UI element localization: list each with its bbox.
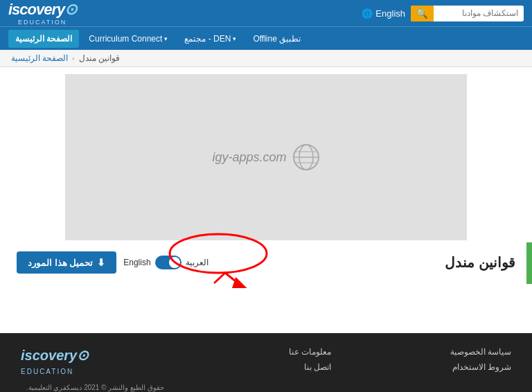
- lang-toggle-right: English: [123, 258, 150, 267]
- search-button[interactable]: 🔍: [411, 6, 434, 21]
- red-annotation: [159, 233, 298, 288]
- footer-links-col2: سياسة الخصوصية شروط الاستخدام: [450, 347, 511, 372]
- svg-point-5: [170, 234, 267, 273]
- footer-logo-sub: EDUCATION: [21, 368, 73, 375]
- watermark-globe-icon: [292, 143, 320, 171]
- footer-copyright-line1: حقوق الطبع والنشر © 2021 ديسكفري التعليم…: [21, 382, 170, 392]
- content-area: igy-apps.com قوانين مندل English العربية…: [0, 67, 532, 333]
- search-box: 🔍: [411, 6, 524, 21]
- content-title: قوانين مندل: [445, 254, 515, 271]
- footer-logo-col: ⊙iscovery EDUCATION حقوق الطبع والنشر © …: [21, 347, 170, 392]
- watermark: igy-apps.com: [212, 143, 319, 171]
- download-button[interactable]: ⬇ تحميل هذا المورد: [17, 251, 116, 274]
- logo-discovery: iscovery: [8, 1, 64, 18]
- nav-curriculum[interactable]: ▾ Curriculum Connect: [82, 30, 175, 48]
- language-link[interactable]: 🌐 English: [362, 8, 405, 19]
- svg-line-7: [215, 273, 225, 283]
- footer-top: سياسة الخصوصية شروط الاستخدام معلومات عن…: [21, 347, 511, 392]
- footer-contact[interactable]: اتصل بنا: [289, 362, 331, 372]
- search-input[interactable]: [434, 6, 524, 20]
- nav-offline[interactable]: تطبيق Offline: [246, 30, 308, 48]
- footer-links-col1: معلومات عنا اتصل بنا: [289, 347, 331, 372]
- footer-privacy[interactable]: سياسة الخصوصية: [450, 347, 511, 357]
- breadcrumb-home[interactable]: الصفحة الرئيسية: [11, 53, 68, 63]
- nav-den[interactable]: ▾ DEN - مجتمع: [177, 30, 243, 48]
- logo-area: ⊙iscovery EDUCATION: [8, 1, 76, 26]
- footer-about[interactable]: معلومات عنا: [289, 347, 331, 357]
- download-icon: ⬇: [97, 257, 105, 268]
- footer-logo-name: iscovery: [21, 348, 77, 363]
- header: 🌐 English 🔍 ⊙iscovery EDUCATION: [0, 0, 532, 26]
- navbar: تطبيق Offline ▾ DEN - مجتمع ▾ Curriculum…: [0, 26, 532, 50]
- right-indicator: [526, 242, 532, 284]
- breadcrumb: قوانين مندل › الصفحة الرئيسية: [0, 50, 532, 67]
- breadcrumb-sep: ›: [72, 55, 74, 62]
- lang-label: English: [375, 8, 405, 19]
- video-area: igy-apps.com: [65, 74, 467, 240]
- globe-icon: 🌐: [362, 8, 373, 19]
- footer-logo-icon: ⊙: [77, 348, 89, 363]
- footer-copyright: حقوق الطبع والنشر © 2021 ديسكفري التعليم…: [21, 382, 170, 392]
- logo-text: ⊙iscovery: [8, 1, 76, 19]
- download-btn-label: تحميل هذا المورد: [28, 258, 93, 268]
- logo-sub: EDUCATION: [8, 19, 76, 26]
- footer-terms[interactable]: شروط الاستخدام: [450, 362, 511, 372]
- nav-home[interactable]: الصفحة الرئيسية: [8, 30, 79, 48]
- header-left: 🌐 English 🔍: [362, 6, 524, 21]
- logo-disc: ⊙: [64, 1, 76, 18]
- footer: سياسة الخصوصية شروط الاستخدام معلومات عن…: [0, 333, 532, 392]
- annotation-area: [0, 285, 532, 333]
- footer-logo: ⊙iscovery: [21, 347, 89, 364]
- breadcrumb-current: قوانين مندل: [79, 53, 120, 63]
- main-content: igy-apps.com قوانين مندل English العربية…: [0, 67, 532, 333]
- watermark-text: igy-apps.com: [212, 150, 286, 165]
